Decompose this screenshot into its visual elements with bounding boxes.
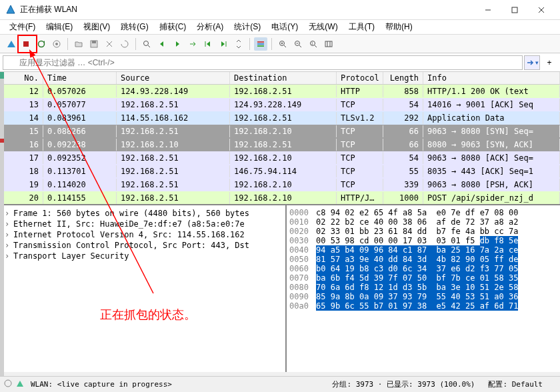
status-capture: WLAN: <live capture in progress>: [31, 380, 319, 389]
hex-row[interactable]: 009085 9a 8b 0a 09 37 93 79 55 40 53 51 …: [289, 292, 557, 301]
svg-line-13: [148, 45, 150, 47]
packet-row[interactable]: 140.083961114.55.168.162192.168.2.51TLSv…: [0, 111, 560, 125]
svg-line-20: [284, 45, 286, 47]
colorize-button[interactable]: [254, 37, 267, 51]
packet-row[interactable]: 150.088266192.168.2.51192.168.2.10TCP669…: [0, 125, 560, 138]
svg-point-7: [55, 43, 58, 45]
detail-node[interactable]: Internet Protocol Version 4, Src: 114.55…: [3, 229, 283, 240]
menu-item-8[interactable]: 无线(W): [303, 20, 343, 34]
toolbar: 1: [0, 35, 560, 53]
expert-icon[interactable]: [16, 379, 24, 389]
packet-header: No. Time Source Destination Protocol Len…: [0, 72, 560, 85]
menu-item-1[interactable]: 编辑(E): [41, 20, 78, 34]
packet-row[interactable]: 200.114155192.168.2.51192.168.2.10HTTP/J…: [0, 191, 560, 205]
zoom-in-button[interactable]: [276, 37, 289, 51]
apply-filter-button[interactable]: ▾: [524, 55, 540, 70]
hex-row[interactable]: 003000 53 98 cd 00 00 17 03 03 01 f5 db …: [289, 236, 557, 245]
close-button[interactable]: [528, 1, 555, 19]
detail-node[interactable]: Transport Layer Security: [3, 251, 283, 261]
svg-rect-18: [257, 45, 264, 47]
svg-rect-16: [257, 41, 264, 43]
col-time[interactable]: Time: [43, 72, 117, 84]
svg-line-24: [299, 45, 301, 47]
svg-rect-9: [92, 41, 96, 43]
packet-row[interactable]: 170.092352192.168.2.51192.168.2.10TCP549…: [0, 151, 560, 165]
reload-button[interactable]: [118, 37, 131, 51]
find-button[interactable]: [140, 37, 153, 51]
go-first-button[interactable]: [201, 37, 215, 51]
detail-node[interactable]: Ethernet II, Src: HuaweiDe_7e:df:e7 (a8:…: [3, 219, 283, 229]
packet-row[interactable]: 190.114020192.168.2.51192.168.2.10TCP339…: [0, 178, 560, 191]
menu-item-0[interactable]: 文件(F): [4, 20, 41, 34]
hex-row[interactable]: 004094 a5 b4 09 96 84 c1 87 ba 25 16 7a …: [289, 245, 557, 255]
hex-row[interactable]: 005081 57 a3 9e 40 dd 84 3d 4b 82 90 05 …: [289, 255, 557, 264]
col-info[interactable]: Info: [423, 72, 560, 84]
svg-rect-1: [512, 7, 517, 13]
hex-row[interactable]: 0000c8 94 02 e2 65 4f a8 5a e0 7e df e7 …: [289, 208, 557, 217]
packet-row[interactable]: 160.092238192.168.2.10192.168.2.51TCP668…: [0, 138, 560, 151]
svg-text:1: 1: [311, 41, 313, 45]
zoom-reset-button[interactable]: 1: [307, 37, 320, 51]
go-last-button[interactable]: [217, 37, 230, 51]
svg-point-32: [5, 380, 11, 387]
detail-node[interactable]: Transmission Control Protocol, Src Port:…: [3, 240, 283, 251]
menu-item-9[interactable]: 工具(T): [343, 20, 380, 34]
hex-row[interactable]: 0060b0 64 19 b8 c3 d0 6c 34 37 e6 d2 f3 …: [289, 264, 557, 273]
packet-bytes[interactable]: 0000c8 94 02 e2 65 4f a8 5a e0 7e df e7 …: [287, 205, 560, 372]
close-file-button[interactable]: [103, 37, 116, 51]
capture-options-button[interactable]: [50, 37, 63, 51]
packet-list[interactable]: No. Time Source Destination Protocol Len…: [0, 72, 560, 205]
hex-row[interactable]: 0070ba 6b f4 5d 39 7f 07 50 bf 7b ce 01 …: [289, 273, 557, 283]
open-file-button[interactable]: [72, 37, 85, 51]
go-to-button[interactable]: [186, 37, 199, 51]
svg-rect-29: [325, 41, 332, 47]
col-source[interactable]: Source: [117, 72, 230, 84]
maximize-button[interactable]: [501, 1, 528, 19]
menu-item-6[interactable]: 统计(S): [229, 20, 266, 34]
ready-icon: [4, 379, 12, 389]
window-title: 正在捕获 WLAN: [20, 4, 475, 15]
menu-item-7[interactable]: 电话(Y): [266, 20, 303, 34]
go-back-button[interactable]: [155, 37, 169, 51]
menubar: 文件(F)编辑(E)视图(V)跳转(G)捕获(C)分析(A)统计(S)电话(Y)…: [0, 20, 560, 35]
zoom-out-button[interactable]: [291, 37, 305, 51]
statusbar: WLAN: <live capture in progress> 分组: 397…: [0, 376, 560, 392]
menu-item-5[interactable]: 分析(A): [191, 20, 229, 34]
hex-row[interactable]: 001002 22 b2 ce 40 00 38 06 af de 72 37 …: [289, 217, 557, 227]
go-forward-button[interactable]: [171, 37, 184, 51]
hex-row[interactable]: 008070 6a 6d f8 12 1d d3 5b ba 3e 10 51 …: [289, 283, 557, 292]
menu-item-4[interactable]: 捕获(C): [154, 20, 192, 34]
app-icon: [5, 5, 16, 15]
col-protocol[interactable]: Protocol: [337, 72, 383, 84]
svg-point-12: [144, 41, 149, 45]
col-destination[interactable]: Destination: [230, 72, 337, 84]
menu-item-3[interactable]: 跳转(G): [115, 20, 153, 34]
intelligent-scrollbar[interactable]: [0, 72, 4, 376]
hex-row[interactable]: 002002 33 01 bb 23 61 84 dd b7 fe 4a bb …: [289, 227, 557, 236]
start-capture-button[interactable]: [4, 37, 17, 51]
minimize-button[interactable]: [475, 1, 501, 19]
auto-scroll-button[interactable]: [232, 37, 245, 51]
hex-row[interactable]: 00a065 9b 6c 55 b7 01 97 38 e5 42 25 af …: [289, 301, 557, 311]
col-no[interactable]: No.: [0, 72, 43, 84]
display-filter-input[interactable]: [3, 55, 523, 70]
status-profile[interactable]: 配置: Default: [488, 379, 543, 389]
detail-node[interactable]: Frame 1: 560 bytes on wire (4480 bits), …: [3, 208, 283, 219]
resize-columns-button[interactable]: [322, 37, 335, 51]
svg-rect-4: [23, 41, 29, 47]
restart-capture-button[interactable]: [35, 37, 48, 51]
status-packets: 分组: 3973 · 已显示: 3973 (100.0%): [332, 379, 475, 389]
packet-row[interactable]: 120.057026124.93.228.149192.168.2.51HTTP…: [0, 85, 560, 98]
packet-row[interactable]: 130.057077192.168.2.51124.93.228.149TCP5…: [0, 98, 560, 111]
stop-capture-button[interactable]: [19, 37, 33, 51]
save-file-button[interactable]: [87, 37, 101, 51]
add-filter-button[interactable]: +: [541, 55, 557, 70]
menu-item-10[interactable]: 帮助(H): [380, 20, 418, 34]
menu-item-2[interactable]: 视图(V): [78, 20, 115, 34]
packet-row[interactable]: 180.113701192.168.2.51146.75.94.114TCP55…: [0, 165, 560, 178]
col-length[interactable]: Length: [383, 72, 423, 84]
svg-rect-17: [257, 43, 264, 45]
packet-details[interactable]: Frame 1: 560 bytes on wire (4480 bits), …: [0, 205, 287, 372]
svg-line-27: [315, 45, 317, 47]
